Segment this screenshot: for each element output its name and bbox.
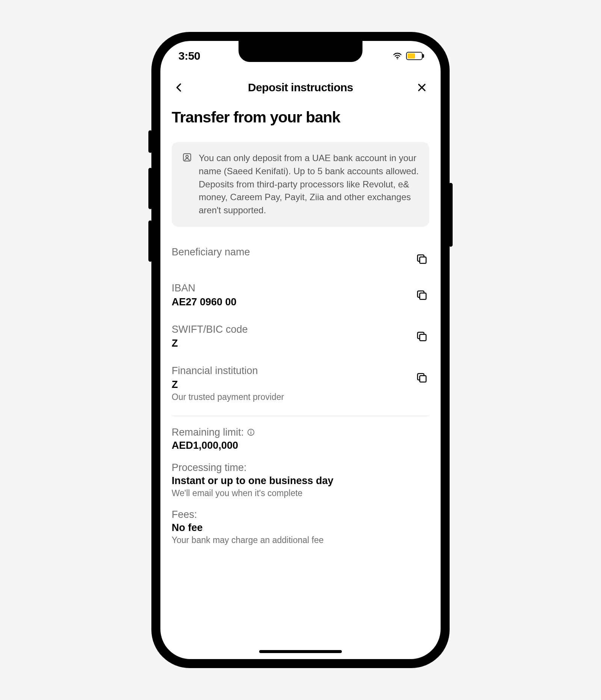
notice-text: You can only deposit from a UAE bank acc… (199, 152, 419, 217)
volume-up-button (148, 168, 152, 209)
fees-block: Fees: No fee Your bank may charge an add… (172, 509, 429, 545)
fees-value: No fee (172, 522, 429, 534)
notch (239, 41, 362, 62)
copy-beneficiary-button[interactable] (414, 252, 429, 267)
back-button[interactable] (172, 80, 187, 95)
copy-swift-button[interactable] (414, 329, 429, 344)
processing-time-block: Processing time: Instant or up to one bu… (172, 462, 429, 498)
person-card-icon (182, 152, 192, 217)
swift-row: SWIFT/BIC code Z (172, 318, 429, 359)
svg-rect-8 (420, 376, 426, 382)
phone-frame: 3:50 (152, 33, 449, 667)
battery-icon (406, 52, 423, 60)
copy-icon (415, 253, 428, 266)
remaining-limit-value: AED1,000,000 (172, 440, 429, 451)
swift-value: Z (172, 338, 187, 349)
side-button (148, 130, 152, 153)
svg-rect-6 (420, 293, 426, 299)
fees-sub: Your bank may charge an additional fee (172, 535, 429, 545)
swift-label: SWIFT/BIC code (172, 324, 407, 335)
wifi-icon (393, 51, 402, 61)
iban-value: AE27 0960 00 (172, 296, 243, 308)
header-title: Deposit instructions (248, 81, 353, 94)
chevron-left-icon (174, 82, 184, 93)
divider (172, 416, 429, 416)
processing-time-value: Instant or up to one business day (172, 475, 429, 487)
svg-point-0 (397, 58, 398, 59)
copy-iban-button[interactable] (414, 288, 429, 303)
power-button (449, 183, 453, 247)
page-title: Transfer from your bank (172, 109, 429, 126)
institution-row: Financial institution Z Our trusted paym… (172, 359, 429, 412)
processing-time-label: Processing time: (172, 462, 429, 474)
svg-point-11 (251, 430, 251, 431)
fees-label: Fees: (172, 509, 429, 520)
institution-value: Z (172, 379, 187, 391)
close-button[interactable] (414, 80, 429, 95)
copy-icon (415, 371, 428, 384)
svg-rect-3 (183, 154, 191, 161)
beneficiary-row: Beneficiary name (172, 240, 429, 276)
close-icon (417, 82, 427, 93)
copy-icon (415, 330, 428, 343)
info-notice: You can only deposit from a UAE bank acc… (172, 142, 429, 227)
home-indicator[interactable] (259, 650, 342, 653)
processing-time-sub: We'll email you when it's complete (172, 488, 429, 498)
info-icon[interactable] (247, 428, 255, 436)
svg-rect-7 (420, 334, 426, 341)
app-header: Deposit instructions (160, 71, 441, 104)
status-time: 3:50 (178, 50, 200, 62)
copy-icon (415, 289, 428, 302)
volume-down-button (148, 220, 152, 262)
institution-sub: Our trusted payment provider (172, 392, 407, 402)
remaining-limit-label: Remaining limit: (172, 427, 244, 438)
svg-rect-5 (420, 257, 426, 263)
iban-label: IBAN (172, 282, 407, 294)
remaining-limit-block: Remaining limit: AED1,000,000 (172, 427, 429, 451)
copy-institution-button[interactable] (414, 370, 429, 385)
content: Transfer from your bank You can only dep… (160, 104, 441, 659)
beneficiary-label: Beneficiary name (172, 246, 407, 258)
svg-point-4 (186, 155, 189, 158)
iban-row: IBAN AE27 0960 00 (172, 276, 429, 318)
institution-label: Financial institution (172, 365, 407, 377)
